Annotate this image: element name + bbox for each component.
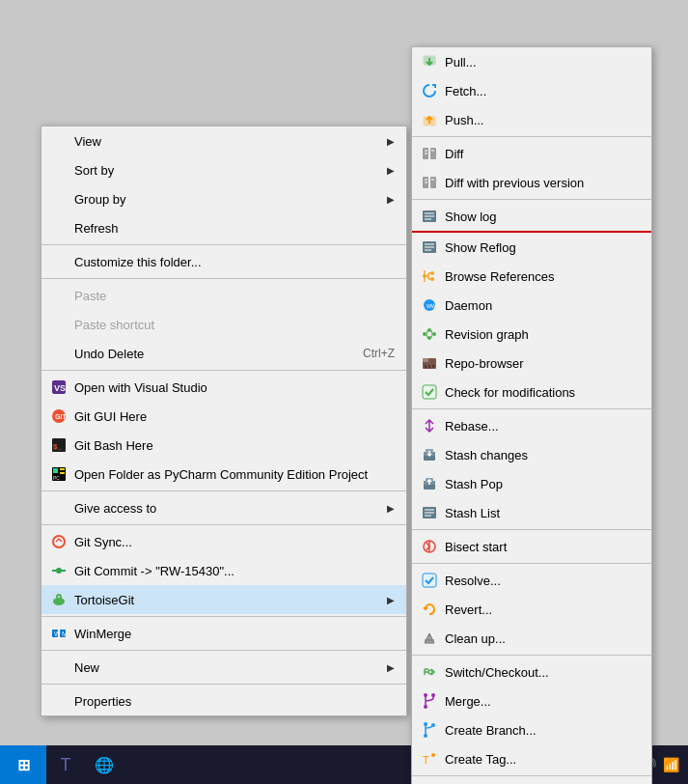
- revision-graph-label: Revision graph: [445, 327, 640, 342]
- menu-item-customize[interactable]: Customize this folder...: [41, 247, 406, 276]
- menu-item-git-commit[interactable]: Git Commit -> "RW-15430"...: [41, 556, 406, 585]
- menu-item-diff-prev[interactable]: Diff with previous version: [412, 168, 651, 197]
- create-branch-icon: [420, 720, 439, 740]
- menu-item-create-tag[interactable]: T Create Tag...: [412, 744, 651, 773]
- menu-item-paste[interactable]: Paste: [41, 281, 406, 310]
- show-reflog-icon: [420, 238, 439, 257]
- taskbar-items: T 🌐: [46, 745, 124, 784]
- left-context-menu: View ▶ Sort by ▶ Group by ▶ Refresh Cust…: [41, 126, 407, 716]
- customize-label: Customize this folder...: [74, 255, 395, 269]
- menu-item-show-reflog[interactable]: Show Reflog: [412, 233, 651, 262]
- merge-label: Merge...: [445, 694, 640, 709]
- sep-r4: [412, 529, 651, 530]
- menu-item-repo-browser[interactable]: Repo-browser: [412, 349, 651, 378]
- clean-up-label: Clean up...: [445, 631, 640, 646]
- tortoisegit-arrow: ▶: [387, 595, 395, 605]
- menu-item-paste-shortcut[interactable]: Paste shortcut: [41, 310, 406, 339]
- start-button[interactable]: ⊞: [0, 745, 46, 784]
- menu-item-diff[interactable]: Diff: [412, 139, 651, 168]
- give-access-label: Give access to: [74, 501, 379, 516]
- git-commit-icon: [49, 561, 69, 580]
- git-gui-icon: GIT: [49, 406, 69, 426]
- git-sync-label: Git Sync...: [74, 535, 395, 549]
- menu-item-bisect-start[interactable]: Bisect start: [412, 532, 651, 561]
- taskbar-teams[interactable]: T: [46, 745, 85, 784]
- switch-checkout-icon: [420, 662, 439, 682]
- menu-item-tortoisegit[interactable]: TortoiseGit ▶: [41, 585, 406, 614]
- separator-3: [41, 370, 406, 371]
- menu-item-pull[interactable]: Pull...: [412, 47, 651, 76]
- show-reflog-label: Show Reflog: [445, 240, 640, 255]
- revert-label: Revert...: [445, 602, 640, 617]
- separator-8: [41, 684, 406, 685]
- menu-item-show-log[interactable]: Show log: [412, 202, 651, 233]
- menu-item-give-access[interactable]: Give access to ▶: [41, 493, 406, 522]
- pycharm-label: Open Folder as PyCharm Community Edition…: [74, 467, 395, 482]
- svg-rect-30: [430, 177, 436, 188]
- undo-icon: [49, 344, 69, 363]
- menu-item-git-bash[interactable]: $_ Git Bash Here: [41, 431, 406, 460]
- menu-item-git-sync[interactable]: Git Sync...: [41, 527, 406, 556]
- svg-point-43: [430, 277, 434, 281]
- menu-item-sort-by[interactable]: Sort by ▶: [41, 155, 406, 184]
- menu-item-undo-delete[interactable]: Undo Delete Ctrl+Z: [41, 339, 406, 368]
- menu-item-properties[interactable]: Properties: [41, 686, 406, 715]
- menu-item-switch-checkout[interactable]: Switch/Checkout...: [412, 658, 651, 686]
- paste-label: Paste: [74, 289, 395, 303]
- taskbar-browser[interactable]: 🌐: [85, 745, 124, 784]
- svg-point-75: [428, 670, 432, 674]
- svg-text:www: www: [426, 302, 437, 309]
- stash-changes-icon: [420, 445, 439, 464]
- svg-text:$_: $_: [53, 442, 62, 451]
- svg-rect-8: [60, 468, 65, 470]
- menu-item-pycharm[interactable]: PC Open Folder as PyCharm Community Edit…: [41, 460, 406, 489]
- paste-shortcut-icon: [49, 315, 69, 334]
- menu-item-open-vs[interactable]: VS Open with Visual Studio: [41, 373, 406, 402]
- menu-item-resolve[interactable]: Resolve...: [412, 566, 651, 595]
- menu-item-daemon[interactable]: www Daemon: [412, 291, 651, 320]
- menu-item-git-gui[interactable]: GIT Git GUI Here: [41, 402, 406, 431]
- menu-item-revert[interactable]: Revert...: [412, 595, 651, 624]
- menu-item-rebase[interactable]: Rebase...: [412, 411, 651, 440]
- menu-item-new[interactable]: New ▶: [41, 653, 406, 682]
- menu-item-check-modifications[interactable]: Check for modifications: [412, 378, 651, 406]
- diff-icon: [420, 144, 439, 163]
- menu-item-create-branch[interactable]: Create Branch...: [412, 715, 651, 744]
- pull-icon: [420, 52, 439, 71]
- menu-item-revision-graph[interactable]: Revision graph: [412, 320, 651, 349]
- menu-item-group-by[interactable]: Group by ▶: [41, 184, 406, 213]
- menu-item-stash-list[interactable]: Stash List: [412, 498, 651, 527]
- menu-item-merge[interactable]: Merge...: [412, 686, 651, 715]
- svg-text:M: M: [62, 630, 67, 637]
- menu-item-view[interactable]: View ▶: [41, 126, 406, 155]
- new-arrow: ▶: [387, 662, 395, 673]
- merge-icon: [420, 691, 439, 711]
- menu-item-refresh[interactable]: Refresh: [41, 213, 406, 242]
- git-bash-label: Git Bash Here: [74, 438, 395, 453]
- tortoisegit-label: TortoiseGit: [74, 593, 379, 607]
- menu-item-stash-pop[interactable]: Stash Pop: [412, 469, 651, 498]
- pycharm-icon: PC: [49, 464, 69, 484]
- git-bash-icon: $_: [49, 435, 69, 455]
- menu-item-fetch[interactable]: Fetch...: [412, 76, 651, 105]
- check-mod-icon: [420, 382, 439, 402]
- svg-rect-56: [423, 358, 428, 362]
- give-access-arrow: ▶: [387, 503, 395, 514]
- menu-item-browse-refs[interactable]: Browse References: [412, 262, 651, 291]
- open-vs-label: Open with Visual Studio: [74, 380, 395, 395]
- svg-rect-7: [53, 468, 58, 473]
- sep-r6: [412, 655, 651, 656]
- paste-shortcut-label: Paste shortcut: [74, 318, 395, 332]
- resolve-label: Resolve...: [445, 574, 640, 588]
- menu-item-export[interactable]: Export...: [412, 778, 651, 784]
- menu-item-winmerge[interactable]: WM WinMerge: [41, 619, 406, 648]
- menu-item-stash-changes[interactable]: Stash changes: [412, 440, 651, 469]
- menu-item-clean-up[interactable]: Clean up...: [412, 624, 651, 653]
- repo-browser-icon: [420, 353, 439, 373]
- svg-rect-73: [423, 574, 436, 587]
- tortoisegit-icon: [49, 590, 69, 609]
- view-arrow: ▶: [387, 136, 395, 147]
- menu-item-push[interactable]: Push...: [412, 105, 651, 134]
- view-label: View: [74, 134, 379, 149]
- stash-list-label: Stash List: [445, 506, 640, 520]
